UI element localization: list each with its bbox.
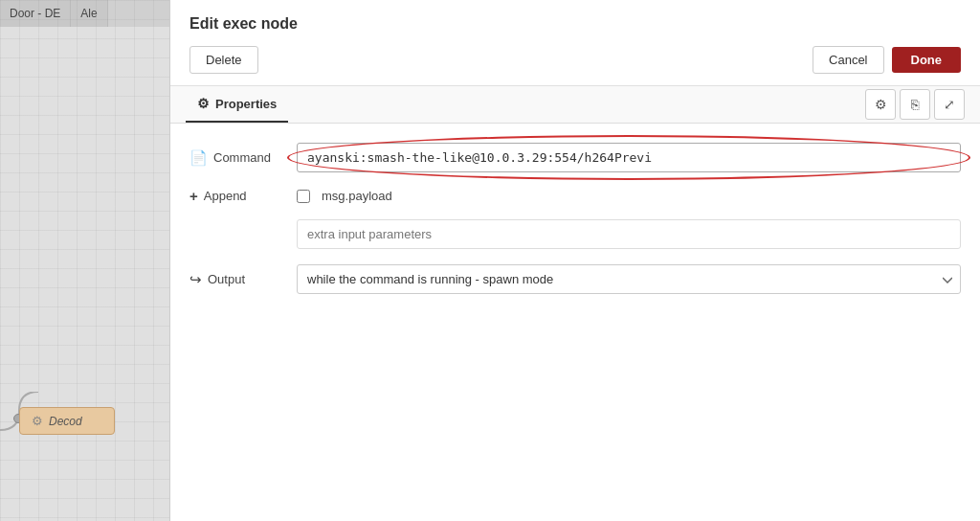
- tab-icon-resize-button[interactable]: ⤢: [934, 89, 965, 120]
- tab-icon-gear-button[interactable]: ⚙: [865, 89, 896, 120]
- append-row: + Append msg.payload: [189, 188, 961, 204]
- extra-input-row: [189, 219, 961, 249]
- edit-panel: Edit exec node Delete Cancel Done ⚙ Prop…: [170, 0, 980, 521]
- output-label-text: Output: [208, 272, 245, 286]
- properties-gear-icon: ⚙: [197, 96, 210, 111]
- tab-icon-copy-button[interactable]: ⎘: [900, 89, 930, 120]
- append-label-group: + Append: [189, 188, 285, 204]
- done-button[interactable]: Done: [892, 47, 962, 73]
- command-input-wrapper: [297, 143, 961, 172]
- canvas-panel: Door - DE Ale ⚙ Decod: [0, 0, 170, 521]
- delete-button[interactable]: Delete: [189, 46, 258, 74]
- tab-properties-label: Properties: [215, 97, 277, 111]
- append-label-text: Append: [204, 189, 247, 203]
- command-row: 📄 Command: [189, 143, 961, 172]
- dialog-title: Edit exec node: [189, 15, 961, 33]
- tab-resize-icon: ⤢: [944, 97, 955, 112]
- command-doc-icon: 📄: [189, 149, 208, 167]
- node-gear-icon: ⚙: [32, 414, 43, 428]
- command-label-text: Command: [213, 150, 271, 165]
- output-label-group: ↪ Output: [189, 271, 285, 288]
- properties-section: ⚙ Properties ⚙ ⎘ ⤢ 📄 Command: [170, 86, 980, 328]
- tab-properties[interactable]: ⚙ Properties: [186, 86, 288, 123]
- tab-gear-icon: ⚙: [875, 97, 887, 112]
- edit-header: Edit exec node Delete Cancel Done: [170, 0, 980, 86]
- canvas-node[interactable]: ⚙ Decod: [19, 407, 115, 435]
- properties-tabs: ⚙ Properties ⚙ ⎘ ⤢: [170, 86, 980, 124]
- output-arrow-icon: ↪: [189, 271, 202, 288]
- command-label-group: 📄 Command: [189, 149, 285, 167]
- output-select[interactable]: while the command is running - spawn mod…: [297, 264, 961, 294]
- append-plus-icon: +: [189, 188, 198, 204]
- edit-toolbar: Delete Cancel Done: [189, 46, 961, 74]
- node-label: Decod: [49, 415, 82, 428]
- properties-form: 📄 Command + Append msg.payload: [170, 124, 980, 328]
- output-row: ↪ Output while the command is running - …: [189, 264, 961, 294]
- append-checkbox[interactable]: [297, 190, 310, 203]
- tab-copy-icon: ⎘: [911, 97, 919, 112]
- command-input[interactable]: [297, 143, 961, 172]
- canvas-grid: [0, 0, 169, 521]
- append-value-text: msg.payload: [322, 189, 392, 203]
- extra-input[interactable]: [297, 219, 961, 249]
- tab-icons-group: ⚙ ⎘ ⤢: [865, 89, 965, 120]
- cancel-button[interactable]: Cancel: [813, 46, 883, 74]
